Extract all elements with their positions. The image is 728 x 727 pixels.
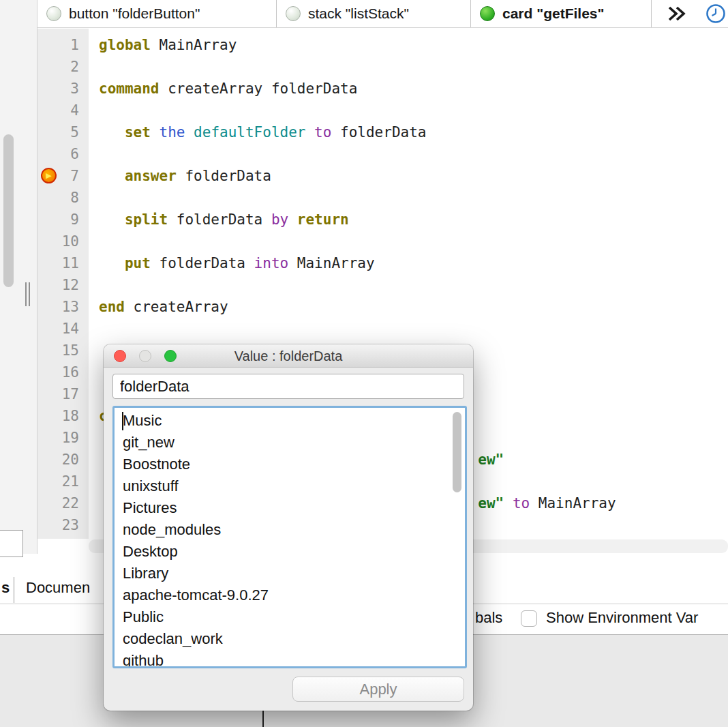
code-line[interactable] (99, 318, 728, 340)
code-line[interactable]: put folderData into MainArray (99, 252, 728, 274)
close-window-icon[interactable] (114, 350, 126, 362)
line-number[interactable]: 3 (37, 78, 89, 100)
code-line[interactable] (99, 100, 728, 121)
tab-button-folderbutton[interactable]: button "folderButton" (37, 0, 277, 27)
show-globals-label-fragment: bals (475, 609, 502, 627)
line-number[interactable]: 14 (37, 318, 89, 340)
line-number[interactable]: 5 (37, 121, 89, 143)
bottom-tab-documentation[interactable]: Documen (26, 579, 90, 597)
line-number[interactable]: 13 (37, 296, 89, 318)
show-environment-variables-label: Show Environment Var (546, 609, 728, 627)
line-number[interactable]: 18 (37, 405, 89, 427)
line-number-text: 9 (70, 211, 79, 228)
code-token-kw: return (288, 211, 349, 228)
code-line[interactable]: set the defaultFolder to folderData (99, 121, 728, 143)
line-number[interactable]: 12 (37, 274, 89, 296)
history-clock-icon[interactable] (705, 3, 727, 25)
tab-stack-liststack[interactable]: stack "listStack" (277, 0, 471, 27)
list-item[interactable]: Desktop (115, 541, 465, 563)
left-scrollbar-thumb[interactable] (3, 134, 14, 287)
list-item[interactable]: node_modules (115, 519, 465, 541)
code-line[interactable]: command createArray folderData (99, 78, 728, 100)
code-line[interactable] (99, 274, 728, 296)
line-number[interactable]: 17 (37, 383, 89, 405)
code-line[interactable] (99, 187, 728, 209)
minimize-window-icon[interactable] (139, 350, 151, 362)
variable-value-list-wrap: Musicgit_newBoostnoteunixstuffPicturesno… (112, 406, 467, 668)
code-line[interactable]: split folderData by return (99, 209, 728, 231)
line-number[interactable]: 22 (37, 492, 89, 514)
line-number-text: 21 (62, 473, 79, 490)
line-number-text: 4 (70, 102, 79, 119)
code-token-kw: answer (125, 168, 177, 184)
list-item[interactable]: github (115, 650, 465, 666)
line-number-text: 5 (70, 124, 79, 140)
gutter: 123456▶7891011121314151617181920212223 (37, 29, 89, 539)
code-token-id: folderData (168, 211, 262, 228)
text-caret (122, 412, 123, 430)
line-number[interactable]: 1 (37, 34, 89, 56)
line-number[interactable]: 20 (37, 449, 89, 471)
show-environment-variables-checkbox[interactable] (521, 610, 537, 627)
code-token-id: folderData (331, 124, 426, 140)
code-line[interactable] (99, 56, 728, 78)
variable-name-input[interactable] (112, 374, 464, 399)
apply-state-icon (480, 6, 495, 21)
list-item[interactable]: git_new (115, 432, 465, 454)
code-line[interactable] (99, 143, 728, 165)
tab-overflow-chevrons-icon[interactable] (667, 5, 687, 22)
list-item[interactable]: apache-tomcat-9.0.27 (115, 584, 465, 606)
code-token-kw: end (99, 299, 125, 315)
line-number-text: 20 (62, 451, 79, 468)
code-line[interactable]: end createArray (99, 296, 728, 318)
line-number-text: 1 (70, 37, 79, 53)
line-number[interactable]: 16 (37, 361, 89, 383)
list-item[interactable]: codeclan_work (115, 628, 465, 650)
code-token-id: folderData (177, 168, 271, 184)
list-item[interactable]: Library (115, 563, 465, 584)
code-line[interactable]: global MainArray (99, 34, 728, 56)
line-number-text: 23 (62, 517, 79, 533)
line-number[interactable]: 19 (37, 427, 89, 449)
tab-label: card "getFiles" (502, 5, 604, 22)
list-scrollbar-thumb[interactable] (453, 412, 461, 492)
code-token-prop: the (151, 124, 185, 140)
code-token-id: folderData (151, 255, 245, 271)
bottom-tab-cropped[interactable]: s (1, 579, 10, 597)
line-number[interactable]: 10 (37, 231, 89, 252)
line-number[interactable]: 2 (37, 56, 89, 78)
code-line[interactable] (99, 231, 728, 252)
tab-label: stack "listStack" (308, 5, 409, 22)
code-token-id (99, 255, 125, 271)
line-number-text: 17 (62, 386, 79, 402)
left-cropped-field[interactable] (0, 530, 23, 557)
line-number-text: 15 (62, 342, 79, 359)
apply-button[interactable]: Apply (292, 677, 464, 702)
line-number[interactable]: ▶7 (37, 165, 89, 187)
code-token-kw: set (125, 124, 151, 140)
line-number[interactable]: 8 (37, 187, 89, 209)
tab-label: button "folderButton" (69, 5, 200, 22)
list-item[interactable]: Pictures (115, 497, 465, 519)
dialog-title-bar[interactable]: Value : folderData (104, 344, 473, 368)
variable-value-list[interactable]: Musicgit_newBoostnoteunixstuffPicturesno… (115, 408, 465, 666)
line-number[interactable]: 11 (37, 252, 89, 274)
list-item[interactable]: Music (115, 410, 465, 432)
execution-pointer-icon[interactable]: ▶ (41, 168, 57, 183)
list-item[interactable]: Public (115, 606, 465, 628)
list-item[interactable]: Boostnote (115, 454, 465, 475)
line-number[interactable]: 9 (37, 209, 89, 231)
code-line[interactable]: answer folderData (99, 165, 728, 187)
line-number[interactable]: 21 (37, 471, 89, 492)
pane-splitter-grip[interactable] (25, 282, 31, 306)
tab-card-getfiles[interactable]: card "getFiles" (471, 0, 652, 27)
line-number-text: 18 (62, 408, 79, 424)
list-item[interactable]: unixstuff (115, 475, 465, 497)
line-number[interactable]: 23 (37, 514, 89, 536)
zoom-window-icon[interactable] (164, 350, 177, 362)
panel-column-divider[interactable] (262, 709, 264, 727)
line-number[interactable]: 6 (37, 143, 89, 165)
line-number[interactable]: 4 (37, 100, 89, 121)
line-number[interactable]: 15 (37, 340, 89, 361)
bottom-tab-separator (14, 577, 14, 603)
